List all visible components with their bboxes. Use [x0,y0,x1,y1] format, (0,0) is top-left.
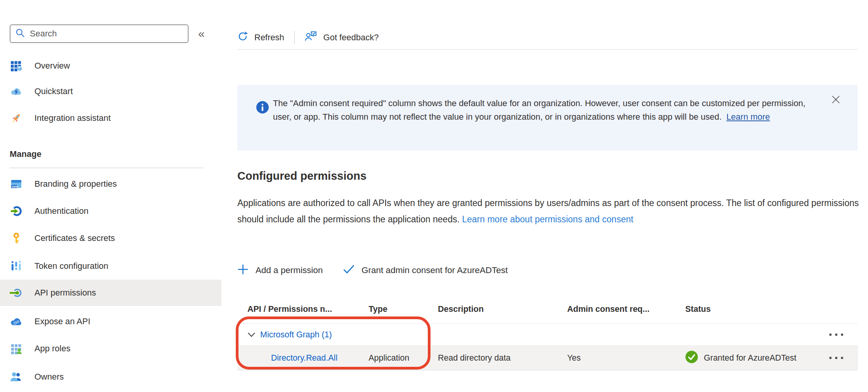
section-description: Applications are authorized to call APIs… [237,195,860,227]
add-permission-label: Add a permission [256,265,323,275]
sidebar-item-label: Certificates & secrets [34,233,115,243]
svg-text:www: www [12,185,18,188]
column-header-description: Description [438,304,567,314]
toolbar-separator [294,31,295,44]
permissions-consent-link[interactable]: Learn more about permissions and consent [462,214,633,224]
feedback-icon [305,31,317,44]
table-header-row: API / Permissions n... Type Description … [237,295,858,324]
sidebar-item-label: App roles [34,344,70,354]
grant-admin-consent-button[interactable]: Grant admin consent for AzureADTest [343,265,508,276]
cloud-gears-icon [10,316,23,327]
refresh-button[interactable]: Refresh [237,31,284,44]
branding-icon: www [10,178,23,190]
permission-actions: Add a permission Grant admin consent for… [237,260,508,280]
permission-name-link[interactable]: Directory.Read.All [271,353,338,363]
granted-check-icon [685,351,698,366]
owners-icon [10,371,23,383]
sidebar-section-manage: Manage [10,149,41,159]
sidebar-item-api-permissions[interactable]: API permissions [10,284,211,302]
search-input[interactable] [30,29,183,39]
check-icon [343,265,355,276]
info-icon [256,101,269,115]
authentication-icon [10,205,23,217]
sidebar: « Overview Quickstart [0,0,223,392]
sidebar-item-quickstart[interactable]: Quickstart [10,83,211,100]
rocket-icon [10,112,23,124]
table-row-directory-read-all: Directory.Read.All Application Read dire… [237,346,858,370]
sidebar-item-branding-properties[interactable]: www Branding & properties [10,175,211,193]
permission-description: Read directory data [438,353,567,363]
sidebar-item-app-roles[interactable]: App roles [10,340,211,358]
column-header-type: Type [369,304,438,314]
key-icon [10,232,23,244]
sidebar-item-integration-assistant[interactable]: Integration assistant [10,109,211,127]
sidebar-item-label: Token configuration [34,261,108,271]
sidebar-item-token-configuration[interactable]: Token configuration [10,257,211,275]
status-badge: Granted for AzureADTest [704,353,796,363]
sidebar-item-label: API permissions [34,288,96,298]
permission-type: Application [369,353,438,363]
more-options-icon[interactable] [829,331,844,338]
sidebar-item-label: Overview [34,61,70,71]
app-roles-icon [10,343,23,354]
sidebar-divider [10,168,203,168]
sidebar-item-owners[interactable]: Owners [10,368,211,386]
column-header-admin-consent: Admin consent req... [567,304,685,314]
data-row-menu [821,354,858,361]
column-header-status: Status [685,304,821,314]
overview-icon [10,60,23,72]
sidebar-item-label: Expose an API [34,316,90,327]
sidebar-item-certificates-secrets[interactable]: Certificates & secrets [10,229,211,247]
grant-admin-consent-label: Grant admin consent for AzureADTest [362,265,508,275]
collapse-sidebar-button[interactable]: « [198,25,205,43]
api-permissions-page: « Overview Quickstart [0,0,868,392]
more-options-icon[interactable] [829,354,844,361]
refresh-icon [237,31,248,44]
close-icon [831,100,841,105]
permissions-table: API / Permissions n... Type Description … [237,295,858,370]
got-feedback-button[interactable]: Got feedback? [305,31,379,44]
sidebar-item-overview[interactable]: Overview [10,57,211,75]
refresh-label: Refresh [254,33,284,43]
microsoft-graph-link[interactable]: Microsoft Graph (1) [260,330,332,340]
api-permissions-icon [10,288,23,298]
feedback-label: Got feedback? [323,33,379,43]
close-banner-button[interactable] [831,95,841,105]
column-header-api-permissions-name: API / Permissions n... [237,304,369,314]
learn-more-link[interactable]: Learn more [726,112,770,122]
token-configuration-icon [10,260,23,272]
info-banner: The "Admin consent required" column show… [237,85,858,151]
chevron-down-icon[interactable] [247,332,256,337]
sidebar-item-label: Branding & properties [34,179,117,189]
sidebar-item-label: Integration assistant [34,113,111,123]
sidebar-item-label: Quickstart [34,86,73,96]
sidebar-item-label: Authentication [34,206,88,216]
banner-message: The "Admin consent required" column show… [273,96,819,124]
table-group-row-microsoft-graph: Microsoft Graph (1) [237,324,858,346]
command-bar: Refresh Got feedback? [237,26,858,50]
quickstart-icon [10,86,23,97]
sidebar-item-label: Owners [34,372,64,382]
section-heading: Configured permissions [237,170,367,182]
banner-text: The "Admin consent required" column show… [273,98,805,122]
search-input-container [10,24,189,43]
sidebar-item-authentication[interactable]: Authentication [10,202,211,220]
sidebar-item-expose-an-api[interactable]: Expose an API [10,313,211,330]
permission-admin-consent: Yes [567,353,685,363]
search-icon [15,28,25,40]
group-row-menu [470,331,858,338]
add-permission-button[interactable]: Add a permission [237,264,323,277]
plus-icon [237,264,249,277]
